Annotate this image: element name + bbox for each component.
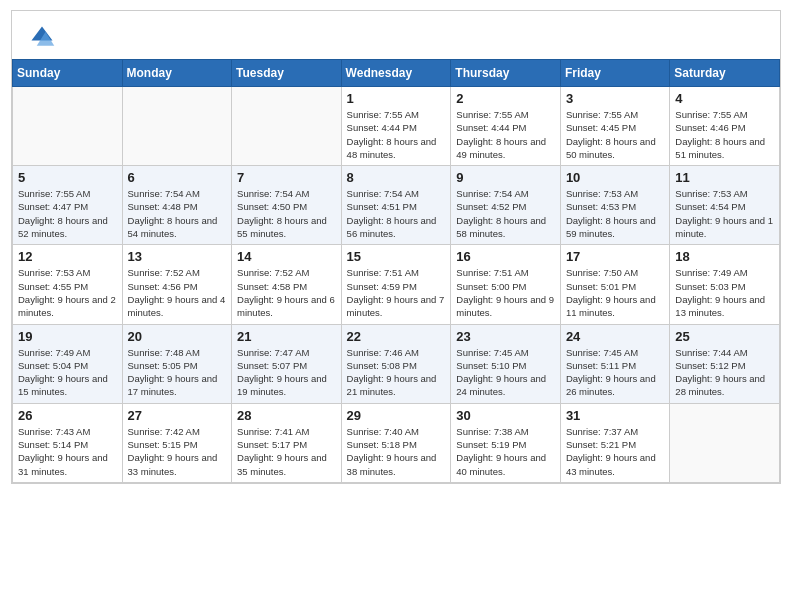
calendar-cell: 9Sunrise: 7:54 AM Sunset: 4:52 PM Daylig… <box>451 166 561 245</box>
day-number: 17 <box>566 249 664 264</box>
day-number: 8 <box>347 170 446 185</box>
day-number: 3 <box>566 91 664 106</box>
day-number: 10 <box>566 170 664 185</box>
calendar-cell: 10Sunrise: 7:53 AM Sunset: 4:53 PM Dayli… <box>560 166 669 245</box>
calendar-table: SundayMondayTuesdayWednesdayThursdayFrid… <box>12 59 780 483</box>
day-number: 11 <box>675 170 774 185</box>
day-number: 16 <box>456 249 555 264</box>
calendar-cell: 31Sunrise: 7:37 AM Sunset: 5:21 PM Dayli… <box>560 403 669 482</box>
day-info: Sunrise: 7:53 AM Sunset: 4:55 PM Dayligh… <box>18 266 117 319</box>
day-number: 15 <box>347 249 446 264</box>
day-info: Sunrise: 7:49 AM Sunset: 5:03 PM Dayligh… <box>675 266 774 319</box>
calendar-cell: 1Sunrise: 7:55 AM Sunset: 4:44 PM Daylig… <box>341 87 451 166</box>
day-number: 27 <box>128 408 227 423</box>
day-number: 23 <box>456 329 555 344</box>
day-number: 14 <box>237 249 336 264</box>
day-number: 20 <box>128 329 227 344</box>
day-number: 6 <box>128 170 227 185</box>
day-info: Sunrise: 7:54 AM Sunset: 4:50 PM Dayligh… <box>237 187 336 240</box>
day-number: 18 <box>675 249 774 264</box>
day-number: 7 <box>237 170 336 185</box>
calendar-cell: 13Sunrise: 7:52 AM Sunset: 4:56 PM Dayli… <box>122 245 232 324</box>
calendar-cell: 30Sunrise: 7:38 AM Sunset: 5:19 PM Dayli… <box>451 403 561 482</box>
calendar-cell: 14Sunrise: 7:52 AM Sunset: 4:58 PM Dayli… <box>232 245 342 324</box>
calendar-cell <box>232 87 342 166</box>
day-number: 30 <box>456 408 555 423</box>
day-info: Sunrise: 7:52 AM Sunset: 4:58 PM Dayligh… <box>237 266 336 319</box>
day-number: 19 <box>18 329 117 344</box>
calendar-week-row: 12Sunrise: 7:53 AM Sunset: 4:55 PM Dayli… <box>13 245 780 324</box>
calendar-cell: 3Sunrise: 7:55 AM Sunset: 4:45 PM Daylig… <box>560 87 669 166</box>
calendar-week-row: 1Sunrise: 7:55 AM Sunset: 4:44 PM Daylig… <box>13 87 780 166</box>
day-info: Sunrise: 7:38 AM Sunset: 5:19 PM Dayligh… <box>456 425 555 478</box>
calendar-cell: 16Sunrise: 7:51 AM Sunset: 5:00 PM Dayli… <box>451 245 561 324</box>
weekday-header-friday: Friday <box>560 60 669 87</box>
day-info: Sunrise: 7:55 AM Sunset: 4:44 PM Dayligh… <box>456 108 555 161</box>
day-number: 21 <box>237 329 336 344</box>
logo <box>28 23 60 51</box>
day-info: Sunrise: 7:51 AM Sunset: 4:59 PM Dayligh… <box>347 266 446 319</box>
day-number: 2 <box>456 91 555 106</box>
calendar-cell: 29Sunrise: 7:40 AM Sunset: 5:18 PM Dayli… <box>341 403 451 482</box>
day-number: 31 <box>566 408 664 423</box>
day-number: 12 <box>18 249 117 264</box>
weekday-header-saturday: Saturday <box>670 60 780 87</box>
calendar-cell: 25Sunrise: 7:44 AM Sunset: 5:12 PM Dayli… <box>670 324 780 403</box>
day-info: Sunrise: 7:44 AM Sunset: 5:12 PM Dayligh… <box>675 346 774 399</box>
calendar-cell: 24Sunrise: 7:45 AM Sunset: 5:11 PM Dayli… <box>560 324 669 403</box>
calendar-cell: 6Sunrise: 7:54 AM Sunset: 4:48 PM Daylig… <box>122 166 232 245</box>
day-number: 29 <box>347 408 446 423</box>
weekday-header-sunday: Sunday <box>13 60 123 87</box>
calendar-cell: 21Sunrise: 7:47 AM Sunset: 5:07 PM Dayli… <box>232 324 342 403</box>
day-info: Sunrise: 7:54 AM Sunset: 4:51 PM Dayligh… <box>347 187 446 240</box>
day-info: Sunrise: 7:54 AM Sunset: 4:48 PM Dayligh… <box>128 187 227 240</box>
calendar-cell: 15Sunrise: 7:51 AM Sunset: 4:59 PM Dayli… <box>341 245 451 324</box>
calendar-page: SundayMondayTuesdayWednesdayThursdayFrid… <box>11 10 781 484</box>
calendar-cell: 22Sunrise: 7:46 AM Sunset: 5:08 PM Dayli… <box>341 324 451 403</box>
calendar-cell <box>13 87 123 166</box>
calendar-cell: 11Sunrise: 7:53 AM Sunset: 4:54 PM Dayli… <box>670 166 780 245</box>
weekday-header-thursday: Thursday <box>451 60 561 87</box>
calendar-cell: 2Sunrise: 7:55 AM Sunset: 4:44 PM Daylig… <box>451 87 561 166</box>
day-info: Sunrise: 7:37 AM Sunset: 5:21 PM Dayligh… <box>566 425 664 478</box>
day-info: Sunrise: 7:53 AM Sunset: 4:54 PM Dayligh… <box>675 187 774 240</box>
logo-icon <box>28 23 56 51</box>
day-number: 26 <box>18 408 117 423</box>
day-info: Sunrise: 7:49 AM Sunset: 5:04 PM Dayligh… <box>18 346 117 399</box>
calendar-cell: 27Sunrise: 7:42 AM Sunset: 5:15 PM Dayli… <box>122 403 232 482</box>
calendar-cell: 5Sunrise: 7:55 AM Sunset: 4:47 PM Daylig… <box>13 166 123 245</box>
day-info: Sunrise: 7:43 AM Sunset: 5:14 PM Dayligh… <box>18 425 117 478</box>
calendar-cell: 7Sunrise: 7:54 AM Sunset: 4:50 PM Daylig… <box>232 166 342 245</box>
day-info: Sunrise: 7:45 AM Sunset: 5:11 PM Dayligh… <box>566 346 664 399</box>
header <box>12 11 780 59</box>
weekday-header-monday: Monday <box>122 60 232 87</box>
day-info: Sunrise: 7:46 AM Sunset: 5:08 PM Dayligh… <box>347 346 446 399</box>
day-info: Sunrise: 7:51 AM Sunset: 5:00 PM Dayligh… <box>456 266 555 319</box>
calendar-cell: 4Sunrise: 7:55 AM Sunset: 4:46 PM Daylig… <box>670 87 780 166</box>
day-info: Sunrise: 7:50 AM Sunset: 5:01 PM Dayligh… <box>566 266 664 319</box>
weekday-header-tuesday: Tuesday <box>232 60 342 87</box>
weekday-header-wednesday: Wednesday <box>341 60 451 87</box>
day-info: Sunrise: 7:53 AM Sunset: 4:53 PM Dayligh… <box>566 187 664 240</box>
day-number: 9 <box>456 170 555 185</box>
day-info: Sunrise: 7:55 AM Sunset: 4:47 PM Dayligh… <box>18 187 117 240</box>
calendar-week-row: 26Sunrise: 7:43 AM Sunset: 5:14 PM Dayli… <box>13 403 780 482</box>
day-info: Sunrise: 7:55 AM Sunset: 4:46 PM Dayligh… <box>675 108 774 161</box>
calendar-cell: 19Sunrise: 7:49 AM Sunset: 5:04 PM Dayli… <box>13 324 123 403</box>
day-number: 1 <box>347 91 446 106</box>
day-info: Sunrise: 7:45 AM Sunset: 5:10 PM Dayligh… <box>456 346 555 399</box>
calendar-week-row: 5Sunrise: 7:55 AM Sunset: 4:47 PM Daylig… <box>13 166 780 245</box>
day-info: Sunrise: 7:42 AM Sunset: 5:15 PM Dayligh… <box>128 425 227 478</box>
calendar-cell: 28Sunrise: 7:41 AM Sunset: 5:17 PM Dayli… <box>232 403 342 482</box>
day-number: 24 <box>566 329 664 344</box>
calendar-cell: 20Sunrise: 7:48 AM Sunset: 5:05 PM Dayli… <box>122 324 232 403</box>
day-info: Sunrise: 7:55 AM Sunset: 4:45 PM Dayligh… <box>566 108 664 161</box>
day-number: 28 <box>237 408 336 423</box>
day-number: 4 <box>675 91 774 106</box>
calendar-week-row: 19Sunrise: 7:49 AM Sunset: 5:04 PM Dayli… <box>13 324 780 403</box>
day-info: Sunrise: 7:55 AM Sunset: 4:44 PM Dayligh… <box>347 108 446 161</box>
calendar-cell: 18Sunrise: 7:49 AM Sunset: 5:03 PM Dayli… <box>670 245 780 324</box>
day-info: Sunrise: 7:54 AM Sunset: 4:52 PM Dayligh… <box>456 187 555 240</box>
calendar-cell: 26Sunrise: 7:43 AM Sunset: 5:14 PM Dayli… <box>13 403 123 482</box>
day-number: 5 <box>18 170 117 185</box>
